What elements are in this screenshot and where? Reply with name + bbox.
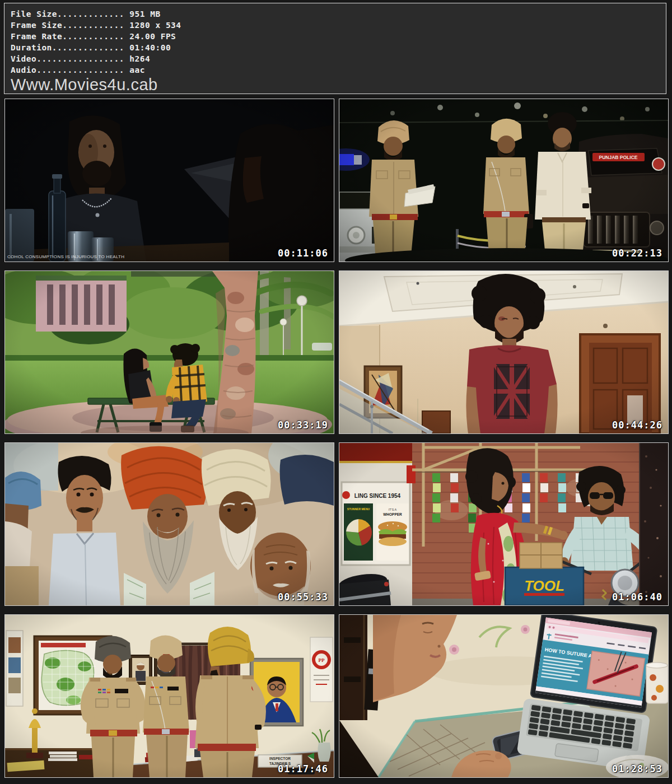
file-info-panel: File Size............. 951 MB Frame Size…	[4, 3, 666, 94]
health-warning-caption: COHOL CONSUMPTIONS IS INJURIOUS TO HEALT…	[7, 254, 124, 259]
screenshot-2-night-police: PUNJAB POLICE PB 23D 9170	[339, 99, 669, 262]
scene-street-market-illustration: LING SINCE 1954 STUNNER MENU IT'S A WHOP…	[339, 443, 668, 605]
timestamp-overlay-6: 01:06:40	[612, 591, 662, 603]
file-info-line-video: Video................. h264	[11, 53, 666, 64]
screenshot-8-laptop: HOW TO SUTURE A WOUND	[339, 614, 669, 778]
scene-laptop-illustration: HOW TO SUTURE A WOUND	[339, 615, 668, 777]
scene-indoor-man-illustration	[339, 271, 668, 433]
timestamp-overlay-8: 01:28:53	[612, 763, 662, 774]
timestamp-overlay-1: 00:11:06	[278, 248, 328, 259]
scene-park-bench-illustration	[5, 271, 334, 433]
scene-turban-crowd-illustration	[5, 443, 334, 605]
screenshot-6-street-market: LING SINCE 1954 STUNNER MENU IT'S A WHOP…	[339, 442, 669, 606]
screenshot-3-park-bench: 00:33:19	[4, 270, 334, 434]
timestamp-overlay-5: 00:55:33	[278, 591, 328, 603]
timestamp-overlay-4: 00:44:26	[612, 419, 662, 431]
scene-night-police-illustration: PUNJAB POLICE PB 23D 9170	[339, 99, 668, 262]
screenshot-4-indoor-man: 00:44:26	[339, 270, 669, 434]
scene-police-office-illustration: PP	[5, 615, 334, 777]
file-info-line-filesize: File Size............. 951 MB	[11, 8, 666, 20]
file-info-line-audio: Audio................. aac	[11, 64, 666, 76]
scene-night-bar-illustration	[5, 99, 334, 262]
site-watermark: Www.Movies4u.cab	[11, 76, 666, 94]
screenshot-1-night-bar: COHOL CONSUMPTIONS IS INJURIOUS TO HEALT…	[4, 99, 334, 262]
file-info-line-duration: Duration.............. 01:40:00	[11, 42, 666, 53]
screenshot-5-crowd: 00:55:33	[4, 442, 334, 606]
timestamp-overlay-2: 00:22:13	[612, 248, 662, 259]
screenshot-7-police-office: PP	[4, 614, 334, 778]
timestamp-overlay-7: 01:17:46	[278, 763, 328, 774]
file-info-line-framesize: Frame Size............ 1280 x 534	[11, 20, 666, 31]
timestamp-overlay-3: 00:33:19	[278, 419, 328, 431]
file-info-line-framerate: Frame Rate............ 24.00 FPS	[11, 31, 666, 42]
